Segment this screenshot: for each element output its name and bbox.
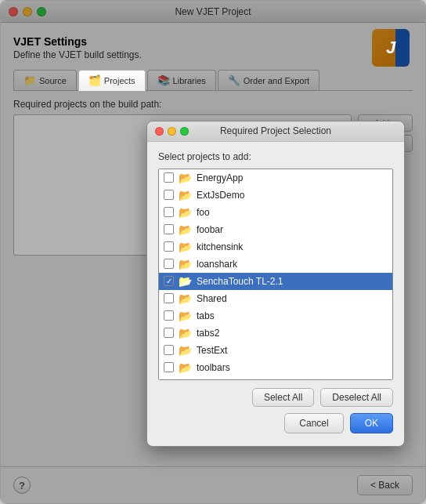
project-name: EnergyApp <box>197 172 243 183</box>
project-list-item[interactable]: 📂loanshark <box>159 256 392 273</box>
ok-button[interactable]: OK <box>350 413 393 433</box>
project-checkbox[interactable] <box>164 190 174 200</box>
project-name: TestExt <box>197 345 227 356</box>
project-name: SenchaTouch TL-2.1 <box>197 276 283 287</box>
project-list-item[interactable]: 📂ExtJsDemo <box>159 187 392 204</box>
project-name: foobar <box>197 224 223 235</box>
dialog-prompt: Select projects to add: <box>158 151 393 162</box>
project-folder-icon: 📂 <box>179 361 192 374</box>
project-folder-icon: 📂 <box>179 344 192 357</box>
project-name: toolbars <box>197 362 230 373</box>
project-checkbox[interactable] <box>164 379 174 380</box>
dialog-action-buttons: Cancel OK <box>158 413 393 437</box>
project-checkbox[interactable] <box>164 293 174 303</box>
project-name: zotmaster <box>197 379 238 380</box>
project-folder-icon: 📂 <box>179 292 192 305</box>
project-list-item[interactable]: 📂tabs <box>159 307 392 325</box>
project-folder-icon: 📂 <box>179 310 192 322</box>
project-list-item[interactable]: 📂zotmaster <box>159 376 392 380</box>
cancel-button[interactable]: Cancel <box>284 413 343 433</box>
project-folder-icon: 📂 <box>179 189 192 201</box>
dialog-minimize-button[interactable] <box>168 127 176 136</box>
project-list-item[interactable]: 📂foo <box>159 204 392 221</box>
project-name: foo <box>197 207 210 218</box>
project-list-item[interactable]: 📂toolbars <box>159 359 392 376</box>
tab-projects-label: Projects <box>104 76 135 85</box>
dialog-window-controls <box>155 127 189 136</box>
tab-projects[interactable]: 🗂️ Projects <box>78 70 146 91</box>
project-name: loanshark <box>197 259 237 270</box>
project-list[interactable]: 📂EnergyApp📂ExtJsDemo📂foo📂foobar📂kitchens… <box>158 169 393 380</box>
project-folder-icon: 📂 <box>179 275 192 288</box>
project-folder-icon: 📂 <box>179 327 192 339</box>
project-checkbox[interactable] <box>164 259 174 269</box>
project-name: Shared <box>197 293 227 304</box>
modal-overlay: Required Project Selection Select projec… <box>1 1 425 503</box>
project-list-item[interactable]: 📂kitchensink <box>159 238 392 256</box>
dialog-select-buttons: Select All Deselect All <box>158 388 393 407</box>
project-name: ExtJsDemo <box>197 190 244 201</box>
project-checkbox[interactable] <box>164 328 174 338</box>
project-name: kitchensink <box>197 241 243 252</box>
project-list-item[interactable]: 📂Shared <box>159 290 392 307</box>
project-checkbox[interactable] <box>164 207 174 217</box>
select-all-button[interactable]: Select All <box>252 388 314 407</box>
project-list-item[interactable]: 📂TestExt <box>159 342 392 359</box>
dialog-title: Required Project Selection <box>220 125 331 136</box>
project-checkbox[interactable] <box>164 310 174 321</box>
project-list-item[interactable]: ✓📂SenchaTouch TL-2.1 <box>159 273 392 290</box>
dialog-maximize-button[interactable] <box>180 127 189 136</box>
project-folder-icon: 📂 <box>179 172 192 184</box>
project-list-item[interactable]: 📂tabs2 <box>159 325 392 342</box>
project-name: tabs2 <box>197 328 219 339</box>
projects-tab-icon: 🗂️ <box>88 74 101 86</box>
main-window: New VJET Project J VJET Settings Define … <box>0 0 426 504</box>
project-checkbox[interactable] <box>164 172 174 183</box>
project-checkbox[interactable]: ✓ <box>164 276 174 286</box>
project-folder-icon: 📂 <box>179 258 192 270</box>
deselect-all-button[interactable]: Deselect All <box>320 388 393 407</box>
project-checkbox[interactable] <box>164 345 174 355</box>
project-folder-icon: 📂 <box>179 379 192 380</box>
dialog-content: Select projects to add: 📂EnergyApp📂ExtJs… <box>147 142 404 446</box>
project-folder-icon: 📂 <box>179 206 192 219</box>
dialog: Required Project Selection Select projec… <box>146 121 405 447</box>
project-checkbox[interactable] <box>164 362 174 372</box>
project-list-item[interactable]: 📂EnergyApp <box>159 169 392 187</box>
project-checkbox[interactable] <box>164 224 174 234</box>
project-name: tabs <box>197 310 215 321</box>
dialog-title-bar: Required Project Selection <box>147 121 404 142</box>
project-list-item[interactable]: 📂foobar <box>159 221 392 238</box>
project-folder-icon: 📂 <box>179 241 192 253</box>
project-checkbox[interactable] <box>164 241 174 252</box>
dialog-close-button[interactable] <box>155 127 164 136</box>
project-folder-icon: 📂 <box>179 223 192 236</box>
